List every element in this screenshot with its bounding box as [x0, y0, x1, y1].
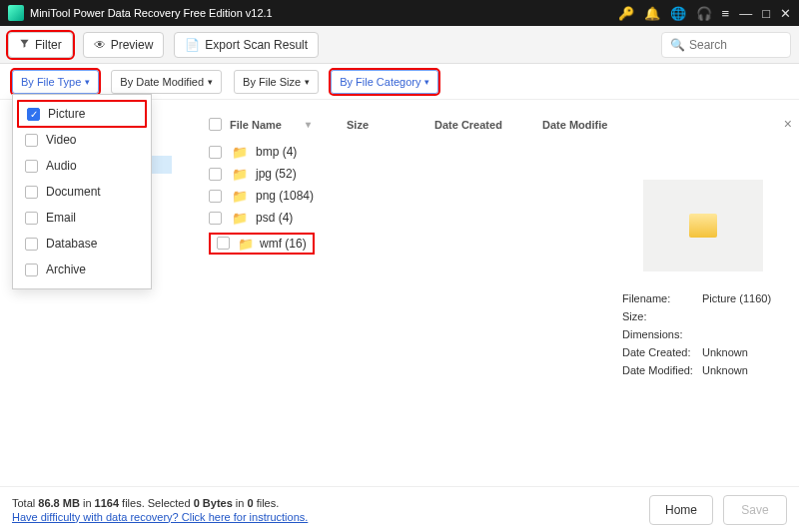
status-text: Total 86.8 MB in 1164 files. Selected 0 …: [12, 497, 308, 509]
row-checkbox[interactable]: [209, 146, 222, 159]
created-label: Date Created:: [622, 346, 702, 358]
size-label: Size:: [622, 310, 702, 322]
chevron-down-icon: ▾: [305, 77, 310, 87]
file-panel: × File Name ▾ Size Date Created Date Mod…: [195, 100, 799, 486]
preview-thumbnail: [643, 180, 763, 271]
menu-icon[interactable]: ≡: [722, 6, 730, 21]
search-input[interactable]: [689, 38, 782, 52]
checkbox-document[interactable]: [25, 186, 38, 199]
save-button[interactable]: Save: [723, 495, 787, 525]
menu-label: Document: [46, 185, 101, 199]
by-file-size-dropdown[interactable]: By File Size ▾: [234, 70, 319, 94]
by-category-label: By File Category: [340, 76, 420, 88]
statusbar: Total 86.8 MB in 1164 files. Selected 0 …: [0, 486, 799, 532]
row-checkbox[interactable]: [209, 168, 222, 181]
select-all-checkbox[interactable]: [209, 118, 222, 131]
table-row[interactable]: 📁 jpg (52): [209, 163, 622, 185]
headset-icon[interactable]: 🎧: [696, 6, 712, 21]
menu-label: Audio: [46, 159, 77, 173]
menu-label: Email: [46, 211, 76, 225]
home-button[interactable]: Home: [649, 495, 713, 525]
file-header: File Name ▾ Size Date Created Date Modif…: [209, 112, 622, 141]
export-icon: 📄: [185, 38, 200, 52]
preview-meta: Filename:Picture (1160) Size: Dimensions…: [622, 289, 784, 379]
menu-label: Picture: [48, 107, 85, 121]
menu-item-email[interactable]: Email: [13, 205, 151, 231]
globe-icon[interactable]: 🌐: [670, 6, 686, 21]
titlebar: MiniTool Power Data Recovery Free Editio…: [0, 0, 799, 26]
filename-value: Picture (1160): [702, 292, 771, 304]
folder-large-icon: [689, 214, 717, 238]
filterbar: By File Type ▾ By Date Modified ▾ By Fil…: [0, 64, 799, 100]
app-title: MiniTool Power Data Recovery Free Editio…: [30, 7, 618, 19]
search-box[interactable]: 🔍: [661, 32, 791, 58]
by-date-modified-dropdown[interactable]: By Date Modified ▾: [111, 70, 222, 94]
row-checkbox[interactable]: [209, 190, 222, 203]
modified-label: Date Modified:: [622, 364, 702, 376]
by-file-type-dropdown[interactable]: By File Type ▾: [12, 70, 99, 94]
by-file-category-dropdown[interactable]: By File Category ▾: [331, 70, 438, 94]
menu-item-audio[interactable]: Audio: [13, 153, 151, 179]
col-modified[interactable]: Date Modifie: [542, 119, 622, 131]
filter-button[interactable]: Filter: [8, 32, 73, 58]
col-created[interactable]: Date Created: [434, 119, 534, 131]
by-type-label: By File Type: [21, 76, 81, 88]
export-button[interactable]: 📄 Export Scan Result: [174, 32, 319, 58]
minimize-icon[interactable]: —: [739, 6, 752, 21]
close-icon[interactable]: ✕: [780, 6, 791, 21]
file-label: jpg (52): [256, 167, 297, 181]
table-row[interactable]: 📁 png (1084): [209, 185, 622, 207]
sort-arrow-icon[interactable]: ▾: [306, 119, 311, 130]
checkbox-email[interactable]: [25, 212, 38, 225]
checkbox-archive[interactable]: [25, 264, 38, 276]
table-row[interactable]: 📁 psd (4): [209, 207, 622, 229]
dimensions-label: Dimensions:: [622, 328, 702, 340]
menu-item-database[interactable]: Database: [13, 231, 151, 257]
by-size-label: By File Size: [243, 76, 301, 88]
export-label: Export Scan Result: [205, 38, 308, 52]
chevron-down-icon: ▾: [208, 77, 213, 87]
file-label: png (1084): [256, 189, 314, 203]
eye-icon: 👁: [94, 38, 106, 52]
menu-item-picture[interactable]: ✓ Picture: [17, 100, 147, 128]
file-label: psd (4): [256, 211, 293, 225]
search-icon: 🔍: [670, 38, 685, 52]
table-row[interactable]: 📁 wmf (16): [209, 229, 622, 259]
filter-icon: [19, 38, 30, 52]
col-name[interactable]: File Name: [230, 119, 282, 131]
file-label: wmf (16): [260, 237, 307, 251]
filename-label: Filename:: [622, 292, 702, 304]
key-icon[interactable]: 🔑: [618, 6, 634, 21]
folder-icon: 📁: [232, 167, 248, 181]
menu-label: Video: [46, 133, 76, 147]
table-row[interactable]: 📁 bmp (4): [209, 141, 622, 163]
file-list: File Name ▾ Size Date Created Date Modif…: [209, 112, 622, 486]
file-type-menu: ✓ Picture Video Audio Document Email Dat…: [12, 94, 152, 289]
menu-item-video[interactable]: Video: [13, 127, 151, 153]
preview-label: Preview: [111, 38, 154, 52]
chevron-down-icon: ▾: [85, 77, 90, 87]
menu-label: Archive: [46, 263, 86, 276]
col-size[interactable]: Size: [347, 119, 426, 131]
menu-item-document[interactable]: Document: [13, 179, 151, 205]
help-link[interactable]: Have difficulty with data recovery? Clic…: [12, 511, 308, 523]
row-checkbox[interactable]: [209, 212, 222, 225]
menu-item-archive[interactable]: Archive: [13, 257, 151, 282]
checkbox-audio[interactable]: [25, 160, 38, 173]
checkbox-database[interactable]: [25, 238, 38, 251]
preview-pane: Filename:Picture (1160) Size: Dimensions…: [622, 112, 792, 486]
folder-icon: 📁: [232, 145, 248, 159]
checkbox-video[interactable]: [25, 134, 38, 147]
maximize-icon[interactable]: □: [762, 6, 770, 21]
folder-icon: 📁: [238, 237, 254, 251]
close-panel-icon[interactable]: ×: [784, 116, 792, 132]
filter-label: Filter: [35, 38, 62, 52]
preview-button[interactable]: 👁 Preview: [83, 32, 165, 58]
toolbar: Filter 👁 Preview 📄 Export Scan Result 🔍: [0, 26, 799, 64]
checkbox-picture[interactable]: ✓: [27, 108, 40, 121]
bell-icon[interactable]: 🔔: [644, 6, 660, 21]
row-checkbox[interactable]: [217, 237, 230, 250]
app-logo: [8, 5, 24, 21]
by-date-label: By Date Modified: [120, 76, 204, 88]
folder-icon: 📁: [232, 211, 248, 225]
